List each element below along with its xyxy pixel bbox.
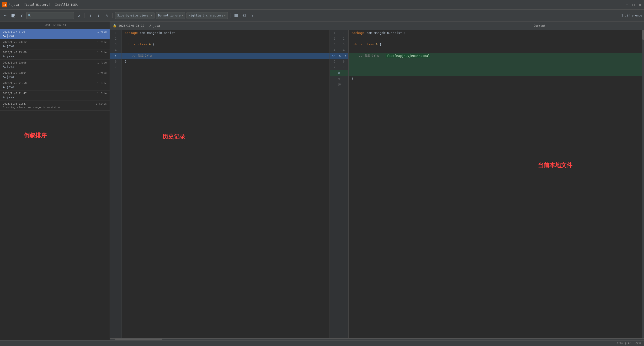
history-line-5: // 我是文件A	[122, 53, 330, 59]
sidebar-list: 2023/11/7 0:29 A.java 1 file 2023/11/6 2…	[0, 29, 110, 340]
current-line-5: // 我是文件A fasdfeagjhuyjeoahkponal	[348, 53, 644, 59]
sidebar-item-count-5: 1 file	[97, 82, 107, 85]
sidebar-item-date-3: 2023/11/6 23:08	[3, 61, 26, 64]
svg-rect-5	[12, 16, 14, 17]
up-button[interactable]: ↑	[87, 12, 94, 19]
current-line-3: public class A {	[348, 42, 644, 47]
history-gutter: 1 2 3 4 5 6 7	[110, 30, 122, 338]
diff-header-title: 2023/11/6 23:12 - A.java	[118, 24, 160, 28]
current-line-1: package com.mangobin.assist ;	[348, 30, 644, 36]
sidebar-item-1[interactable]: 2023/11/6 23:12 A.java 1 file	[0, 39, 110, 50]
sidebar-header: Last 12 Hours	[0, 22, 110, 29]
scrollbar-right[interactable]	[642, 30, 644, 338]
sidebar-item-5[interactable]: 2023/11/6 21:58 A.java 1 file	[0, 80, 110, 90]
help2-button[interactable]: ?	[249, 12, 256, 19]
current-line-9: }	[348, 76, 644, 82]
sidebar-item-3[interactable]: 2023/11/6 23:08 A.java 1 file	[0, 60, 110, 70]
sidebar-item-2[interactable]: 2023/11/6 23:09 A.java 1 file	[0, 50, 110, 60]
sidebar-item-count-1: 1 file	[97, 40, 107, 44]
sidebar-item-4[interactable]: 2023/11/6 23:04 A.java 1 file	[0, 70, 110, 80]
diff-viewer: 🔒 2023/11/6 23:12 - A.java Current 1 2 3…	[110, 22, 644, 340]
history-button[interactable]	[10, 12, 17, 19]
svg-rect-4	[12, 15, 14, 16]
current-line-10	[348, 82, 644, 88]
current-panel: package com.mangobin.assist ; public cla…	[348, 30, 644, 338]
sidebar-item-left-3: 2023/11/6 23:08 A.java	[3, 61, 26, 68]
window-title: A.java - [Local History] - IntelliJ IDEA	[8, 3, 78, 6]
lock-icon: 🔒	[113, 24, 116, 28]
highlight-dropdown[interactable]: Highlight characters ▼	[186, 12, 228, 19]
sidebar-item-filename-5: A.java	[3, 85, 26, 89]
sidebar-item-filename-6: A.java	[3, 96, 26, 99]
close-button[interactable]: ✕	[638, 3, 642, 7]
scrollbar-thumb[interactable]	[642, 30, 644, 40]
rbrace-h: }	[125, 60, 126, 63]
sidebar-item-count-7: 2 files	[96, 102, 107, 105]
down-button[interactable]: ↓	[95, 12, 102, 19]
center-line-1: 1 1	[330, 30, 348, 36]
ignore-dropdown-label: Do not ignore	[158, 14, 180, 17]
sidebar-item-left-4: 2023/11/6 23:04 A.java	[3, 72, 26, 78]
sidebar-item-date-6: 2023/11/6 21:47	[3, 92, 26, 95]
sidebar-item-date-4: 2023/11/6 23:04	[3, 72, 26, 74]
main-content: Last 12 Hours 2023/11/7 0:29 A.java 1 fi…	[0, 22, 644, 340]
line-num-h3: 3	[110, 42, 122, 47]
ignore-dropdown[interactable]: Do not ignore ▼	[156, 12, 185, 19]
toolbar: ↩ ? 🔍 ↺ ↑ ↓ ✎ Side-by-side viewer ▼ Do n…	[0, 10, 644, 22]
center-ln-r8: 8	[338, 70, 340, 76]
sidebar: Last 12 Hours 2023/11/7 0:29 A.java 1 fi…	[0, 22, 110, 340]
settings-button[interactable]	[241, 12, 248, 19]
scrollbar-horizontal[interactable]	[110, 338, 644, 340]
center-ln-r4: 4	[343, 47, 344, 53]
app-icon: IJ	[2, 2, 7, 8]
sidebar-item-count-6: 1 file	[97, 92, 107, 95]
sidebar-item-7[interactable]: 2023/11/6 21:47 Creating class com.mango…	[0, 101, 110, 110]
sidebar-item-count-4: 1 file	[97, 72, 107, 74]
center-line-5: >> 5 5	[330, 53, 348, 59]
highlight-dropdown-arrow: ▼	[224, 14, 226, 17]
line-num-h1: 1	[110, 30, 122, 36]
edit-button[interactable]: ✎	[104, 12, 110, 19]
help-button[interactable]: ?	[18, 12, 25, 19]
viewer-dropdown-arrow: ▼	[151, 14, 152, 17]
current-line-2	[348, 36, 644, 42]
highlight-dropdown-label: Highlight characters	[189, 14, 223, 17]
center-ln-r2: 2	[343, 36, 344, 42]
sidebar-item-date-7: 2023/11/6 21:47	[3, 102, 60, 105]
brace-h: {	[152, 42, 154, 46]
search-input[interactable]	[32, 14, 72, 17]
center-ln-l2: 2	[334, 36, 335, 42]
sync-button[interactable]	[233, 12, 240, 19]
sidebar-item-date-1: 2023/11/6 23:12	[3, 40, 26, 44]
history-line-7	[122, 64, 330, 70]
viewer-dropdown[interactable]: Side-by-side viewer ▼	[115, 12, 154, 19]
sidebar-item-date-2: 2023/11/6 23:09	[3, 51, 26, 54]
svg-rect-3	[12, 14, 14, 15]
separator-1	[84, 13, 85, 18]
undo-button[interactable]: ↩	[2, 12, 8, 19]
line-num-h4: 4	[110, 47, 122, 53]
sidebar-item-6[interactable]: 2023/11/6 21:47 A.java 1 file	[0, 90, 110, 101]
refresh-button[interactable]: ↺	[76, 12, 82, 19]
semi-c: ;	[404, 31, 406, 34]
minimize-button[interactable]: ─	[625, 3, 629, 7]
bottom-bar-text: CSDN @ ABin-阿斌	[617, 342, 641, 345]
search-box[interactable]: 🔍	[26, 12, 74, 19]
sidebar-item-count-2: 1 file	[97, 51, 107, 54]
sidebar-item-left-1: 2023/11/6 23:12 A.java	[3, 40, 26, 48]
center-line-4: 4 4	[330, 47, 348, 53]
history-line-1: package com.mangobin.assist ;	[122, 30, 330, 36]
sidebar-item-left-2: 2023/11/6 23:09 A.java	[3, 51, 26, 58]
history-code-content: package com.mangobin.assist ; public cla…	[122, 30, 330, 338]
current-code-content: package com.mangobin.assist ; public cla…	[348, 30, 644, 338]
center-ln-r3: 3	[343, 42, 344, 47]
kw-class-h: class	[138, 42, 147, 46]
maximize-button[interactable]: □	[632, 3, 636, 7]
sidebar-item-0[interactable]: 2023/11/7 0:29 A.java 1 file	[0, 29, 110, 39]
line-num-h5: 5	[110, 53, 122, 59]
sidebar-item-filename-7: Creating class com.mangobin.assist.A	[3, 106, 60, 109]
center-ln-l4: 4	[334, 47, 335, 53]
center-ln-r10: 10	[338, 82, 341, 88]
history-line-3: public class A {	[122, 42, 330, 47]
scrollbar-thumb-h[interactable]	[114, 338, 162, 340]
